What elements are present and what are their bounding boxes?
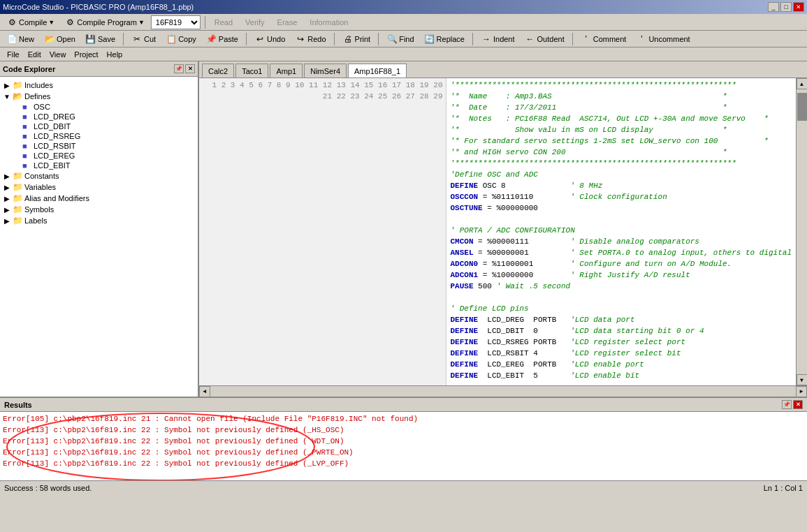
minimize-button[interactable]: _ (768, 2, 779, 12)
tab-amp16f88-1[interactable]: Amp16F88_1 (348, 64, 407, 77)
replace-button[interactable]: 🔄 Replace (421, 31, 468, 47)
compile-icon: ⚙ (6, 17, 17, 28)
scroll-thumb[interactable] (797, 93, 807, 121)
tree-item-includes[interactable]: ▶📁Includes (3, 80, 195, 91)
results-close-button[interactable]: ✕ (793, 400, 803, 409)
code-content[interactable]: '***************************************… (446, 78, 797, 385)
sep2 (246, 33, 247, 45)
tree-toggle-icon: ▶ (3, 172, 11, 180)
sep3 (334, 33, 335, 45)
scroll-right-button[interactable]: ► (796, 386, 807, 397)
tree-item-lcd_dreg[interactable]: ■LCD_DREG (13, 112, 195, 121)
error-line: Error[113] c:\pbp2\16f819.inc 22 : Symbo… (3, 447, 804, 458)
tree-item-osc[interactable]: ■OSC (13, 102, 195, 112)
indent-icon: → (481, 34, 492, 45)
tab-bar: Calc2 Taco1 Amp1 NimSer4 Amp16F88_1 (199, 61, 807, 78)
read-button[interactable]: Read (210, 17, 238, 28)
menu-help[interactable]: Help (103, 50, 127, 59)
folder-icon: 📁 (13, 182, 23, 192)
tree-item-lcd_ebit[interactable]: ■LCD_EBIT (13, 161, 195, 170)
status-left: Success : 58 words used. (4, 484, 92, 492)
close-button[interactable]: ✕ (793, 2, 804, 12)
tree-toggle-icon: ▶ (3, 184, 11, 191)
line-numbers: 1 2 3 4 5 6 7 8 9 10 11 12 13 14 15 16 1… (199, 78, 446, 385)
outdent-button[interactable]: ← Outdent (521, 31, 568, 47)
tab-nimser4[interactable]: NimSer4 (304, 64, 347, 77)
save-button[interactable]: 💾 Save (82, 31, 119, 47)
sep4 (378, 33, 379, 45)
h-scrollbar[interactable]: ◄ ► (199, 385, 807, 397)
tab-calc2[interactable]: Calc2 (202, 64, 234, 77)
tree-item-variables[interactable]: ▶📁Variables (3, 182, 195, 193)
folder-icon: 📁 (13, 205, 23, 214)
file-icon: ■ (22, 152, 32, 160)
tree-label: LCD_DREG (34, 112, 75, 121)
tree-item-lcd_dbit[interactable]: ■LCD_DBIT (13, 121, 195, 131)
tree-label: LCD_EREG (34, 152, 75, 160)
find-icon: 🔍 (386, 34, 398, 45)
sidebar: Code Explorer 📌 ✕ ▶📁Includes▼📂Defines■OS… (0, 61, 199, 397)
results-panel: Results 📌 ✕ Error[105] c:\pbp2\16f819.in… (0, 397, 807, 480)
uncomment-button[interactable]: ' Uncomment (632, 31, 693, 47)
tree-item-lcd_rsreg[interactable]: ■LCD_RSREG (13, 131, 195, 141)
new-icon: 📄 (6, 34, 17, 45)
scroll-left-button[interactable]: ◄ (199, 386, 210, 397)
tree-item-lcd_rsbit[interactable]: ■LCD_RSBIT (13, 141, 195, 151)
paste-button[interactable]: 📌 Paste (203, 31, 242, 47)
open-button[interactable]: 📂 Open (41, 31, 79, 47)
maximize-button[interactable]: □ (780, 2, 792, 12)
indent-button[interactable]: → Indent (477, 31, 518, 47)
device-select[interactable]: 16F819 16F88 16F877A (151, 15, 201, 29)
verify-button[interactable]: Verify (240, 17, 270, 28)
information-button[interactable]: Information (305, 17, 353, 28)
tree-item-defines[interactable]: ▼📂Defines (3, 91, 195, 102)
compile-toolbar: ⚙ Compile ▼ ⚙ Compile Program ▼ 16F819 1… (0, 14, 807, 31)
editor-scrollbar[interactable]: ▲ ▼ (796, 78, 807, 385)
folder-icon: 📁 (13, 80, 23, 90)
code-editor[interactable]: 1 2 3 4 5 6 7 8 9 10 11 12 13 14 15 16 1… (199, 78, 807, 385)
sep6 (572, 33, 573, 45)
undo-button[interactable]: ↩ Undo (251, 31, 289, 47)
tree-item-constants[interactable]: ▶📁Constants (3, 170, 195, 182)
copy-button[interactable]: 📋 Copy (162, 31, 200, 47)
scroll-track[interactable] (797, 89, 808, 374)
results-pin-button[interactable]: 📌 (782, 400, 792, 409)
tree-toggle-icon: ▶ (3, 82, 11, 89)
h-scroll-track[interactable] (210, 386, 796, 397)
comment-icon: ' (581, 34, 592, 45)
sidebar-close-button[interactable]: ✕ (185, 64, 195, 73)
undo-icon: ↩ (254, 34, 266, 45)
compile-button[interactable]: ⚙ Compile ▼ (3, 15, 58, 30)
scroll-down-button[interactable]: ▼ (797, 374, 808, 385)
sidebar-pin-button[interactable]: 📌 (174, 64, 184, 73)
tree-item-symbols[interactable]: ▶📁Symbols (3, 204, 195, 215)
folder-icon: 📁 (13, 216, 23, 226)
new-button[interactable]: 📄 New (3, 31, 38, 47)
tree-toggle-icon: ▶ (3, 217, 11, 225)
menu-edit[interactable]: Edit (24, 50, 45, 59)
title-bar-controls: _ □ ✕ (768, 2, 804, 12)
compile-program-button[interactable]: ⚙ Compile Program ▼ (61, 15, 148, 30)
tree-item-alias_and_modifiers[interactable]: ▶📁Alias and Modifiers (3, 193, 195, 204)
find-button[interactable]: 🔍 Find (383, 31, 417, 47)
file-icon: ■ (22, 103, 32, 111)
file-icon: ■ (22, 161, 32, 170)
tree-label: Alias and Modifiers (24, 194, 89, 202)
scroll-up-button[interactable]: ▲ (797, 78, 808, 89)
results-title: Results (4, 401, 32, 409)
results-content[interactable]: Error[105] c:\pbp2\16f819.inc 21 : Canno… (0, 412, 807, 480)
redo-button[interactable]: ↪ Redo (291, 31, 329, 47)
cut-button[interactable]: ✂ Cut (128, 31, 159, 47)
tab-taco1[interactable]: Taco1 (235, 64, 268, 77)
tree-item-lcd_ereg[interactable]: ■LCD_EREG (13, 151, 195, 161)
tree-label: LCD_RSREG (34, 132, 80, 140)
menu-view[interactable]: View (45, 50, 71, 59)
tree-item-labels[interactable]: ▶📁Labels (3, 215, 195, 226)
tab-amp1[interactable]: Amp1 (270, 64, 303, 77)
menu-project[interactable]: Project (70, 50, 102, 59)
comment-button[interactable]: ' Comment (577, 31, 630, 47)
menu-file[interactable]: File (3, 50, 24, 59)
print-button[interactable]: 🖨 Print (339, 31, 375, 47)
erase-button[interactable]: Erase (272, 17, 303, 28)
tree-label: Constants (24, 172, 59, 180)
